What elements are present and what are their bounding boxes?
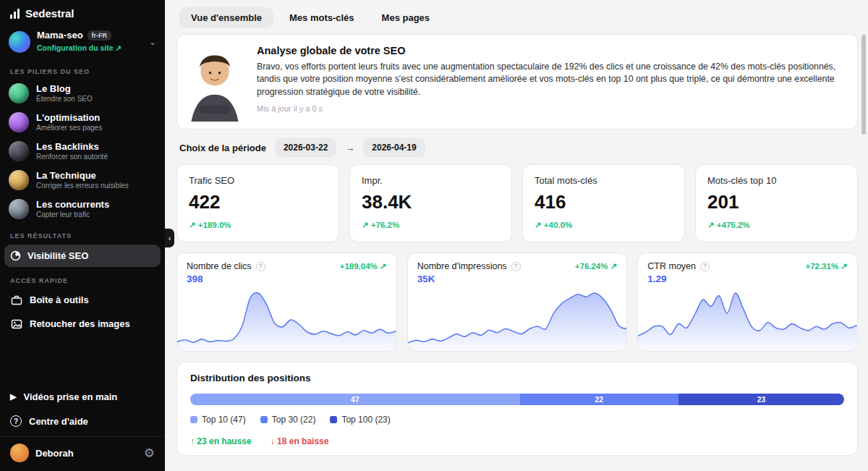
section-label-quick: ACCÈS RAPIDE — [0, 268, 165, 288]
stat-card-mots-cles-top10: Mots-clés top 10 201 ↗ +475.2% — [695, 164, 858, 242]
sidebar: Sedestral Mama-seo fr-FR Configuration d… — [0, 0, 165, 471]
scrollbar[interactable] — [861, 35, 866, 135]
help-icon[interactable]: ? — [700, 262, 710, 271]
analysis-card: Analyse globale de votre SEO Bravo, vos … — [176, 34, 858, 130]
brand: Sedestral — [0, 0, 165, 24]
nav-title: Les concurrents — [36, 200, 109, 211]
technique-avatar-icon — [9, 170, 29, 190]
charts-grid: Nombre de clics ? +189.04% ↗ 398 Nombre … — [176, 253, 858, 352]
section-label-pillars: LES PILIERS DU SEO — [0, 59, 165, 79]
nav-title: Les Backlinks — [36, 142, 108, 153]
period-end-button[interactable]: 2026-04-19 — [363, 138, 425, 157]
help-center-link[interactable]: ? Centre d'aide — [0, 409, 165, 433]
stat-value: 416 — [535, 191, 673, 213]
stat-card-total-mots-cles: Total mots-clés 416 ↗ +40.0% — [522, 164, 685, 242]
stat-delta: ↗ +40.0% — [535, 220, 673, 230]
chart-value: 35K — [408, 271, 627, 284]
user-row[interactable]: Deborah ⚙ — [0, 436, 165, 465]
chart-value: 1.29 — [638, 271, 857, 284]
sidebar-item-boite-a-outils[interactable]: Boîte à outils — [0, 288, 165, 312]
sidebar-item-concurrents[interactable]: Les concurrents Capter leur trafic — [0, 195, 165, 224]
area-chart-impressions — [408, 284, 627, 351]
chevron-down-icon[interactable]: ⌄ — [149, 37, 156, 47]
distribution-segment: 47 — [190, 394, 520, 405]
chart-value: 398 — [177, 271, 396, 284]
nav-subtitle: Étendre son SEO — [36, 95, 93, 103]
nav-subtitle: Renforcer son autorité — [36, 153, 108, 161]
stat-value: 201 — [707, 191, 846, 213]
nav-subtitle: Capter leur trafic — [36, 211, 109, 218]
user-avatar — [10, 444, 29, 462]
stats-grid: Trafic SEO 422 ↗ +189.0% Impr. 38.4K ↗ +… — [176, 164, 858, 242]
analysis-title: Analyse globale de votre SEO — [257, 45, 843, 56]
period-label: Choix de la période — [179, 143, 266, 153]
distribution-legend: Top 10 (47) Top 30 (22) Top 100 (23) — [190, 415, 844, 425]
sidebar-item-visibilite-seo[interactable]: Visibilité SEO — [4, 245, 161, 267]
nav-subtitle: Corriger les erreurs nuisibles — [36, 182, 129, 190]
distribution-segment: 23 — [678, 394, 844, 405]
sidebar-item-backlinks[interactable]: Les Backlinks Renforcer son autorité — [0, 137, 165, 166]
help-icon[interactable]: ? — [511, 262, 521, 271]
videos-onboarding-link[interactable]: ▶ Vidéos prise en main — [0, 385, 165, 409]
up-count: ↑ 23 en hausse — [190, 436, 252, 446]
stat-value: 422 — [189, 191, 327, 213]
tab-vue-densemble[interactable]: Vue d'ensemble — [179, 7, 273, 28]
legend-label: Top 30 (22) — [272, 415, 316, 425]
analysis-body: Bravo, vos efforts portent leurs fruits … — [257, 61, 843, 98]
chart-delta: +76.24% ↗ — [575, 261, 618, 271]
toolbox-icon — [10, 294, 22, 306]
nav-title: Le Blog — [36, 84, 93, 95]
sidebar-item-optimisation[interactable]: L'optimisation Améliorer ses pages — [0, 108, 165, 137]
nav-title: La Technique — [36, 171, 129, 182]
quick-item-label: Boîte à outils — [30, 294, 89, 305]
site-avatar — [9, 31, 30, 53]
nav-title: L'optimisation — [36, 113, 102, 124]
pie-chart-icon — [10, 250, 21, 261]
distribution-title: Distribution des positions — [190, 373, 844, 383]
distribution-segment: 22 — [520, 394, 678, 405]
brand-name: Sedestral — [25, 7, 75, 20]
chart-card-clics: Nombre de clics ? +189.04% ↗ 398 — [176, 253, 397, 352]
active-item-label: Visibilité SEO — [27, 250, 88, 261]
gear-icon[interactable]: ⚙ — [144, 446, 155, 461]
distribution-bar: 472223 — [190, 394, 844, 405]
chart-card-ctr: CTR moyen ? +72.31% ↗ 1.29 — [637, 253, 858, 352]
stat-label: Impr. — [362, 175, 500, 186]
stat-card-trafic-seo: Trafic SEO 422 ↗ +189.0% — [176, 164, 339, 242]
help-label: Centre d'aide — [29, 416, 88, 427]
videos-label: Vidéos prise en main — [23, 391, 117, 402]
nav-subtitle: Améliorer ses pages — [36, 124, 102, 132]
brand-bars-icon — [10, 9, 20, 19]
site-config-link[interactable]: Configuration du site ↗ — [37, 43, 122, 52]
stat-label: Mots-clés top 10 — [707, 175, 846, 186]
area-chart-ctr — [638, 284, 857, 351]
tab-mes-pages[interactable]: Mes pages — [370, 7, 441, 28]
stat-label: Trafic SEO — [189, 175, 327, 186]
legend-item-top10: Top 10 (47) — [190, 415, 246, 425]
chart-card-impressions: Nombre d'impressions ? +76.24% ↗ 35K — [407, 253, 628, 352]
tab-mes-mots-cles[interactable]: Mes mots-clés — [278, 7, 366, 28]
analysis-updated: Mis à jour il y a 0 s — [257, 104, 843, 113]
optimisation-avatar-icon — [9, 112, 29, 132]
stat-card-impressions: Impr. 38.4K ↗ +76.2% — [349, 164, 512, 242]
help-icon[interactable]: ? — [256, 262, 265, 271]
site-name: Mama-seo — [37, 30, 83, 41]
section-label-results: LES RÉSULTATS — [0, 224, 165, 243]
chart-title: Nombre d'impressions — [417, 261, 507, 271]
arrow-right-icon: → — [345, 143, 354, 153]
legend-swatch — [260, 416, 268, 423]
site-switcher[interactable]: Mama-seo fr-FR Configuration du site ↗ ⌄ — [0, 24, 165, 59]
chart-title: Nombre de clics — [187, 261, 252, 271]
chart-title: CTR moyen — [647, 261, 696, 271]
help-icon: ? — [10, 415, 22, 427]
assistant-avatar — [184, 41, 245, 122]
tab-bar: Vue d'ensemble Mes mots-clés Mes pages — [176, 6, 858, 34]
play-icon: ▶ — [10, 392, 16, 402]
sidebar-collapse-button[interactable]: ‹ — [165, 229, 174, 247]
sidebar-item-retoucher-images[interactable]: Retoucher des images — [0, 312, 165, 336]
distribution-updown: ↑ 23 en hausse ↓ 18 en baisse — [190, 436, 844, 446]
period-start-button[interactable]: 2026-03-22 — [275, 138, 336, 157]
sidebar-item-technique[interactable]: La Technique Corriger les erreurs nuisib… — [0, 166, 165, 195]
sidebar-item-le-blog[interactable]: Le Blog Étendre son SEO — [0, 79, 165, 108]
chart-delta: +72.31% ↗ — [805, 261, 848, 271]
